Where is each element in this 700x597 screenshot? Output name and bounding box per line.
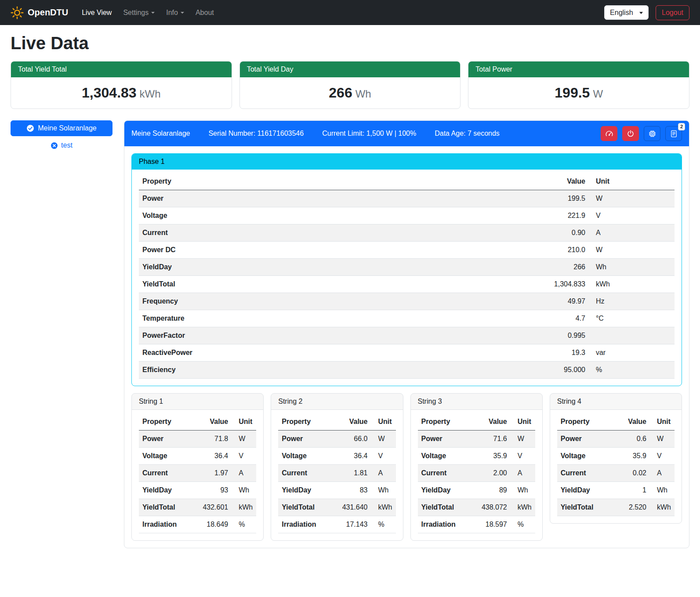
nav-item-info[interactable]: Info [160,5,190,20]
string-body: Property Value Unit Power0.6W Voltage35.… [550,410,682,523]
inverter-data-age: Data Age: 7 seconds [435,130,500,137]
table-row: YieldDay89Wh [418,482,535,499]
table-row: Voltage36.4V [139,448,256,465]
phase-title: Phase 1 [132,154,682,170]
row-property: Temperature [139,310,408,327]
row-unit: V [511,448,535,465]
row-property: YieldTotal [278,499,330,516]
nav-item-about[interactable]: About [190,5,220,20]
column-header-value: Value [470,413,511,431]
nav-item-settings[interactable]: Settings [117,5,160,20]
card-value: 266 [329,85,352,101]
card-body: 266Wh [240,77,461,109]
row-value: 438.072 [470,499,511,516]
row-property: Voltage [557,448,614,465]
column-header-property: Property [278,413,330,431]
row-property: Power [418,431,470,448]
card-body: 1,304.83kWh [11,77,232,109]
card-value: 1,304.83 [82,85,137,101]
row-property: YieldTotal [139,276,408,293]
device-info-button[interactable] [644,126,660,141]
row-unit: kWh [589,276,675,293]
row-value: 19.3 [408,344,589,362]
power-button[interactable] [622,126,639,141]
content-row: Meine Solaranlage test Meine Solaranlage… [11,120,689,548]
card-title: Total Yield Total [11,62,232,77]
brand-label: OpenDTU [28,7,68,18]
row-unit: kWh [371,499,396,516]
nav-item-live-view[interactable]: Live View [76,5,117,20]
string-card-1: String 1 Property Value Unit [131,393,264,541]
row-property: Voltage [139,448,191,465]
table-row: YieldDay93Wh [139,482,256,499]
journal-icon [670,130,678,138]
row-value: 66.0 [330,431,371,448]
row-value: 210.0 [408,242,589,259]
inverter-sidebar: Meine Solaranlage test [11,120,112,149]
column-header-unit: Unit [232,413,256,431]
card-title: Total Yield Day [240,62,461,77]
row-unit [589,327,675,344]
row-property: Current [139,224,408,242]
table-row: Frequency49.97Hz [139,293,675,310]
row-value: 0.6 [614,431,650,448]
table-row: Irradiation18.597% [418,516,535,533]
brand[interactable]: OpenDTU [11,6,68,19]
card-value: 199.5 [555,85,590,101]
sidebar-item-inverter-active[interactable]: Meine Solaranlage [11,120,112,136]
card-title: Total Power [468,62,689,77]
table-row: Current1.97A [139,465,256,482]
column-header-value: Value [408,173,589,190]
table-row: Irradiation17.143% [278,516,395,533]
sidebar-item-inverter-test[interactable]: test [51,141,73,149]
table-header-row: Property Value Unit [278,413,395,431]
row-value: 71.6 [470,431,511,448]
string-table: Property Value Unit Power71.6W Voltage35… [418,413,535,533]
table-row: YieldDay1Wh [557,482,675,499]
column-header-property: Property [139,173,408,190]
row-value: 4.7 [408,310,589,327]
row-property: Irradiation [139,516,191,533]
row-unit: % [589,362,675,379]
row-property: Power [139,190,408,207]
sun-icon [11,6,24,19]
table-row: YieldTotal1,304.833kWh [139,276,675,293]
row-value: 49.97 [408,293,589,310]
string-title: String 4 [550,394,682,410]
table-row: Current0.90A [139,224,675,242]
row-unit: Wh [232,482,256,499]
limit-settings-button[interactable] [601,126,617,141]
navbar-right: English Logout [604,5,689,20]
row-unit: V [371,448,396,465]
table-row: Power66.0W [278,431,395,448]
row-property: Voltage [278,448,330,465]
table-row: Voltage221.9V [139,207,675,224]
table-row: Efficiency95.000% [139,362,675,379]
table-row: YieldDay266Wh [139,259,675,276]
total-power-card: Total Power 199.5W [468,61,689,109]
row-value: 221.9 [408,207,589,224]
logout-button[interactable]: Logout [656,5,689,20]
column-header-unit: Unit [650,413,675,431]
inverter-card-body: Phase 1 Property Value Unit [124,146,689,548]
row-value: 2.00 [470,465,511,482]
row-property: Current [278,465,330,482]
row-unit: W [511,431,535,448]
table-row: YieldDay83Wh [278,482,395,499]
row-property: YieldTotal [418,499,470,516]
row-value: 93 [191,482,232,499]
phase-body: Property Value Unit Power199.5W Voltage2… [132,170,682,386]
column-header-unit: Unit [371,413,396,431]
chevron-down-icon [181,12,184,14]
event-log-button[interactable]: 2 [665,126,682,141]
table-header-row: Property Value Unit [139,173,675,190]
row-value: 95.000 [408,362,589,379]
string-body: Property Value Unit Power71.6W Voltage35… [411,410,542,540]
row-unit: % [511,516,535,533]
row-property: Power [139,431,191,448]
row-unit: Hz [589,293,675,310]
row-unit: Wh [650,482,675,499]
inverter-actions: 2 [601,126,682,141]
language-select[interactable]: English [604,5,649,20]
table-header-row: Property Value Unit [139,413,256,431]
